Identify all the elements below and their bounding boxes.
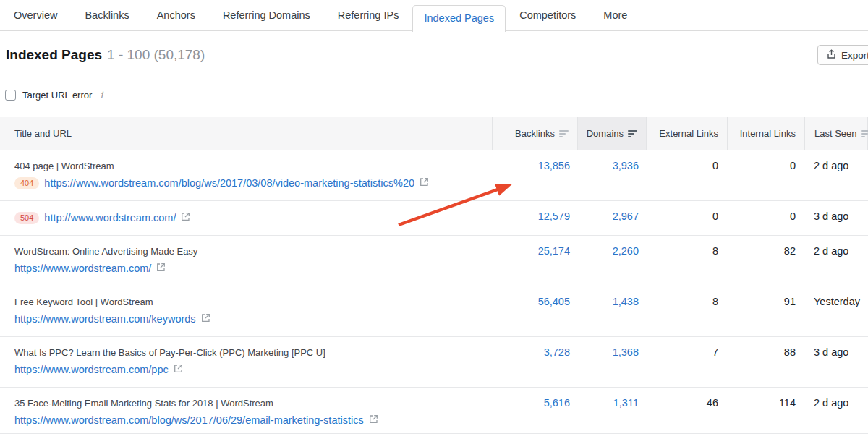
backlinks-value: 13,856 xyxy=(492,150,577,171)
backlinks-link[interactable]: 13,856 xyxy=(538,160,570,171)
status-badge-504: 504 xyxy=(14,212,39,224)
page-title-text: What Is PPC? Learn the Basics of Pay-Per… xyxy=(14,346,483,359)
backlinks-value: 56,405 xyxy=(492,286,577,307)
title-and-url-cell: What Is PPC? Learn the Basics of Pay-Per… xyxy=(0,337,492,377)
title-and-url-cell: 35 Face-Melting Email Marketing Stats fo… xyxy=(0,388,492,427)
external-links-value: 0 xyxy=(646,201,727,222)
external-link-icon[interactable] xyxy=(369,414,378,427)
page-title-text: 35 Face-Melting Email Marketing Stats fo… xyxy=(14,397,483,410)
external-link-icon[interactable] xyxy=(181,211,190,224)
page-header: Indexed Pages1 - 100 (50,178) Export xyxy=(6,47,868,69)
backlinks-link[interactable]: 5,616 xyxy=(544,397,570,409)
backlinks-value: 25,174 xyxy=(492,236,577,257)
internal-links-value: 91 xyxy=(727,286,804,307)
external-link-icon[interactable] xyxy=(420,176,429,189)
table-row: 504 http://www.wordstream.com/ 12,579 2,… xyxy=(0,201,868,236)
status-badge-404: 404 xyxy=(14,177,39,189)
backlinks-value: 5,616 xyxy=(492,388,577,409)
last-seen-value: 3 d ago xyxy=(804,201,868,222)
table-row: What Is PPC? Learn the Basics of Pay-Per… xyxy=(0,337,868,388)
sort-icon-active[interactable] xyxy=(628,130,637,137)
title-and-url-cell: WordStream: Online Advertising Made Easy… xyxy=(0,236,492,276)
domains-value: 2,260 xyxy=(577,236,646,257)
tab-backlinks[interactable]: Backlinks xyxy=(71,0,142,30)
tab-more[interactable]: More xyxy=(590,0,641,30)
target-url-error-label: Target URL error xyxy=(22,90,92,101)
backlinks-link[interactable]: 56,405 xyxy=(538,296,570,307)
domains-value: 2,967 xyxy=(577,201,646,222)
export-icon xyxy=(827,49,836,61)
page-url-link[interactable]: https://www.wordstream.com/blog/ws/2017/… xyxy=(14,413,364,427)
page-title-text: 404 page | WordStream xyxy=(14,160,483,173)
result-range: 1 - 100 (50,178) xyxy=(107,47,205,62)
external-link-icon[interactable] xyxy=(201,312,210,325)
domains-link[interactable]: 2,260 xyxy=(613,245,639,257)
sort-icon[interactable] xyxy=(861,130,868,137)
table-row: Free Keyword Tool | WordStream https://w… xyxy=(0,286,868,337)
last-seen-value: Yesterday xyxy=(804,286,868,307)
domains-link[interactable]: 3,936 xyxy=(613,160,639,171)
info-icon[interactable]: i xyxy=(98,90,104,101)
tab-referring-ips[interactable]: Referring IPs xyxy=(324,0,413,30)
internal-links-value: 0 xyxy=(727,150,804,171)
column-header-internal-links: Internal Links xyxy=(727,117,804,150)
page-url-link[interactable]: https://www.wordstream.com/keywords xyxy=(14,312,196,326)
tab-anchors[interactable]: Anchors xyxy=(143,0,209,30)
last-seen-value: 2 d ago xyxy=(804,150,868,171)
tab-referring-domains[interactable]: Referring Domains xyxy=(209,0,324,30)
page-title-text: WordStream: Online Advertising Made Easy xyxy=(14,245,483,258)
external-link-icon[interactable] xyxy=(156,262,166,275)
domains-link[interactable]: 1,311 xyxy=(613,397,639,409)
domains-link[interactable]: 1,368 xyxy=(613,346,639,358)
target-url-error-checkbox[interactable] xyxy=(5,90,16,101)
domains-link[interactable]: 2,967 xyxy=(613,210,639,222)
column-header-last-seen[interactable]: Last Seen xyxy=(804,117,868,150)
backlinks-value: 3,728 xyxy=(492,337,577,358)
internal-links-value: 114 xyxy=(727,388,804,409)
page-url-link[interactable]: https://www.wordstream.com/blog/ws/2017/… xyxy=(44,176,414,190)
sort-icon[interactable] xyxy=(559,130,569,137)
domains-link[interactable]: 1,438 xyxy=(613,296,639,307)
backlinks-link[interactable]: 25,174 xyxy=(538,245,570,257)
page-url-link[interactable]: https://www.wordstream.com/ xyxy=(14,261,151,276)
tab-indexed-pages[interactable]: Indexed Pages xyxy=(412,5,506,32)
page-title-text: Free Keyword Tool | WordStream xyxy=(14,296,483,309)
backlink-analytics-screen: Overview Backlinks Anchors Referring Dom… xyxy=(0,0,868,439)
column-header-external-links-label: External Links xyxy=(659,128,718,139)
tab-bar: Overview Backlinks Anchors Referring Dom… xyxy=(0,0,868,31)
backlinks-link[interactable]: 3,728 xyxy=(544,346,570,358)
domains-value: 3,936 xyxy=(577,150,646,171)
internal-links-value: 88 xyxy=(727,337,804,358)
page-title: Indexed Pages xyxy=(6,47,102,62)
tab-overview[interactable]: Overview xyxy=(0,0,71,30)
column-header-title-and-url: Title and URL xyxy=(0,117,492,150)
domains-value: 1,438 xyxy=(577,286,646,307)
page-url-link[interactable]: http://www.wordstream.com/ xyxy=(44,210,176,225)
external-links-value: 0 xyxy=(646,150,727,171)
page-url-link[interactable]: https://www.wordstream.com/ppc xyxy=(14,362,169,377)
backlinks-link[interactable]: 12,579 xyxy=(538,210,570,222)
export-button-label: Export xyxy=(841,50,868,61)
external-links-value: 46 xyxy=(646,388,727,409)
filter-row: Target URL error i xyxy=(5,89,868,101)
last-seen-value: 2 d ago xyxy=(804,388,868,409)
column-header-external-links: External Links xyxy=(646,117,727,150)
title-and-url-cell: Free Keyword Tool | WordStream https://w… xyxy=(0,286,492,326)
table-row: 404 page | WordStream 404 https://www.wo… xyxy=(0,150,868,201)
backlinks-value: 12,579 xyxy=(492,201,577,222)
table-row: WordStream: Online Advertising Made Easy… xyxy=(0,236,868,286)
column-header-backlinks-label: Backlinks xyxy=(515,128,555,139)
last-seen-value: 2 d ago xyxy=(804,236,868,257)
column-header-domains[interactable]: Domains xyxy=(577,117,646,150)
internal-links-value: 82 xyxy=(727,236,804,257)
title-and-url-cell: 504 http://www.wordstream.com/ xyxy=(0,201,492,225)
export-button[interactable]: Export xyxy=(817,45,868,65)
external-link-icon[interactable] xyxy=(174,363,183,376)
column-header-internal-links-label: Internal Links xyxy=(740,128,796,139)
table-row: 35 Face-Melting Email Marketing Stats fo… xyxy=(0,388,868,434)
column-header-backlinks[interactable]: Backlinks xyxy=(492,117,577,150)
title-and-url-cell: 404 page | WordStream 404 https://www.wo… xyxy=(0,150,492,190)
table-header-row: Title and URL Backlinks Domains External… xyxy=(0,117,868,150)
external-links-value: 7 xyxy=(646,337,727,358)
tab-competitors[interactable]: Competitors xyxy=(506,0,590,30)
